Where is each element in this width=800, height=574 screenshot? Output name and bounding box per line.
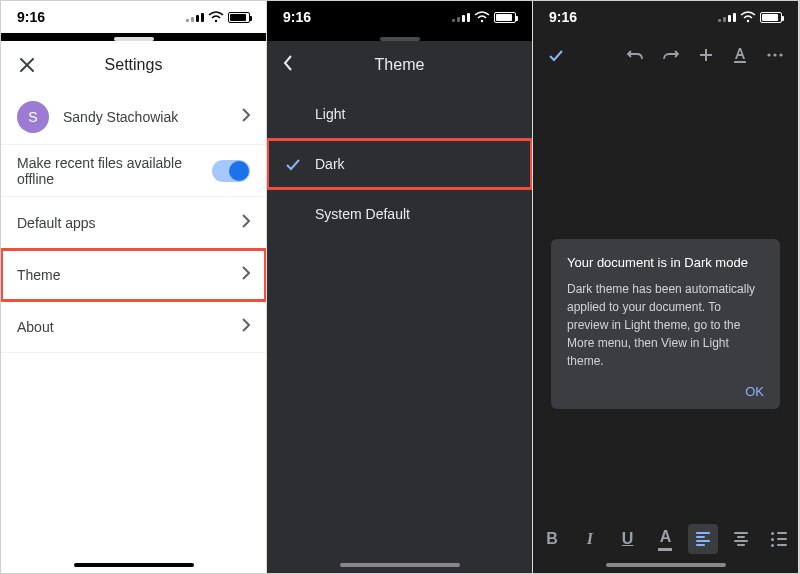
sheet-grabber[interactable] [267,33,532,41]
chevron-right-icon [242,214,250,231]
italic-glyph: I [587,530,593,548]
more-horizontal-icon [766,52,784,58]
chevron-right-icon [242,108,250,125]
theme-label: Theme [17,267,61,283]
text-color-button[interactable]: A [650,524,680,554]
confirm-button[interactable] [547,46,565,64]
avatar-initial: S [28,109,37,125]
redo-button[interactable] [662,46,680,64]
wifi-icon [474,11,490,23]
back-button[interactable] [283,55,293,75]
align-left-button[interactable] [688,524,718,554]
profile-name: Sandy Stachowiak [63,109,178,125]
cellular-icon [186,13,204,22]
underline-button[interactable]: U [613,524,643,554]
plus-icon [698,47,714,63]
more-button[interactable] [766,52,784,58]
dark-mode-dialog: Your document is in Dark mode Dark theme… [551,239,780,409]
profile-row[interactable]: S Sandy Stachowiak [1,89,266,145]
battery-icon [494,12,516,23]
check-icon [547,46,565,64]
page-title: Settings [105,56,163,74]
svg-point-3 [481,20,483,22]
close-icon [18,56,36,74]
svg-point-4 [747,20,749,22]
bold-button[interactable]: B [537,524,567,554]
bold-glyph: B [546,530,558,548]
battery-icon [228,12,250,23]
offline-toggle[interactable] [212,160,250,182]
bullet-list-icon [771,532,787,547]
page-title: Theme [375,56,425,74]
theme-option-dark[interactable]: Dark [267,139,532,189]
option-label: System Default [285,206,514,222]
status-bar: 9:16 [533,1,798,33]
svg-point-10 [779,53,782,56]
insert-button[interactable] [698,47,714,63]
status-indicators [718,11,782,23]
battery-icon [760,12,782,23]
undo-icon [626,46,644,64]
settings-screen: 9:16 Settings S Sandy Stachowiak Make re… [1,1,267,573]
format-toolbar: B I U A [533,519,798,559]
svg-point-8 [767,53,770,56]
bullet-list-button[interactable] [764,524,794,554]
status-indicators [452,11,516,23]
status-bar: 9:16 [267,1,532,33]
svg-point-9 [773,53,776,56]
close-button[interactable] [17,55,37,75]
home-indicator[interactable] [606,563,726,567]
home-indicator[interactable] [74,563,194,567]
status-time: 9:16 [549,9,577,25]
sheet-grabber[interactable] [1,33,266,41]
theme-row[interactable]: Theme [1,249,266,301]
editor-toolbar [533,33,798,77]
redo-icon [662,46,680,64]
color-bar-icon [658,548,672,551]
dialog-body: Dark theme has been automatically applie… [567,280,764,370]
status-time: 9:16 [283,9,311,25]
status-indicators [186,11,250,23]
avatar: S [17,101,49,133]
text-format-icon [732,46,748,64]
dialog-ok-button[interactable]: OK [745,384,764,399]
italic-button[interactable]: I [575,524,605,554]
dialog-title: Your document is in Dark mode [567,255,764,270]
wifi-icon [740,11,756,23]
theme-option-light[interactable]: Light [267,89,532,139]
default-apps-label: Default apps [17,215,96,231]
chevron-left-icon [283,55,293,71]
offline-row[interactable]: Make recent files available offline [1,145,266,197]
undo-button[interactable] [626,46,644,64]
check-icon [285,156,315,172]
chevron-right-icon [242,318,250,335]
home-indicator[interactable] [340,563,460,567]
align-center-icon [734,532,748,546]
svg-point-0 [215,20,217,22]
document-screen: 9:16 [533,1,799,573]
text-format-button[interactable] [732,46,748,64]
cellular-icon [718,13,736,22]
align-center-button[interactable] [726,524,756,554]
about-label: About [17,319,54,335]
wifi-icon [208,11,224,23]
textcolor-glyph: A [660,528,672,546]
offline-label: Make recent files available offline [17,155,212,187]
svg-rect-7 [734,61,746,63]
option-label: Dark [315,156,514,172]
align-left-icon [696,532,710,546]
option-label: Light [285,106,514,122]
status-time: 9:16 [17,9,45,25]
cellular-icon [452,13,470,22]
theme-option-system[interactable]: System Default [267,189,532,239]
theme-screen: 9:16 Theme Light Dark System Default [267,1,533,573]
settings-header: Settings [1,41,266,89]
chevron-right-icon [242,266,250,283]
theme-header: Theme [267,41,532,89]
status-bar: 9:16 [1,1,266,33]
default-apps-row[interactable]: Default apps [1,197,266,249]
about-row[interactable]: About [1,301,266,353]
underline-glyph: U [622,530,634,548]
